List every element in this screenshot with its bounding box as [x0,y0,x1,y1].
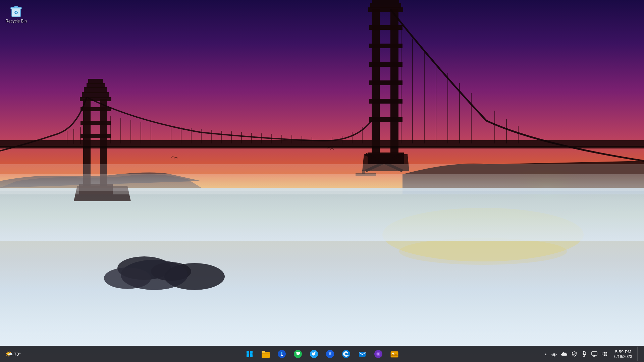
show-desktop-button[interactable] [637,347,641,361]
svg-rect-92 [250,354,253,357]
svg-rect-24 [369,117,402,122]
taskbar-file-explorer[interactable] [258,347,273,361]
weather-temp: 70° [14,352,21,357]
recycle-bin-icon[interactable]: ♻ Recycle Bin [3,3,30,25]
svg-point-108 [554,356,554,357]
desktop: ♻ Recycle Bin 🌤️ 70° [0,0,644,362]
clock-time: 5:59 PM [615,349,631,354]
tray-cloud-icon[interactable] [559,347,569,361]
svg-rect-84 [14,6,18,8]
clock-date: 6/19/2023 [614,354,632,359]
taskbar-left: 🌤️ 70° [0,349,23,359]
svg-rect-81 [0,174,644,194]
svg-rect-20 [369,44,402,48]
taskbar-1password[interactable]: 1 [274,347,289,361]
svg-rect-25 [368,7,403,12]
tray-display-icon[interactable] [590,347,599,361]
taskbar: 🌤️ 70° [0,346,644,362]
svg-rect-93 [262,352,270,358]
svg-rect-9 [80,121,111,125]
svg-point-77 [104,267,151,289]
taskbar-spotify[interactable] [290,347,305,361]
taskbar-app8[interactable] [371,347,386,361]
svg-rect-89 [247,351,249,354]
taskbar-photos[interactable] [387,347,402,361]
weather-widget[interactable]: 🌤️ 70° [3,349,23,359]
tray-volume-icon[interactable] [600,347,609,361]
svg-rect-91 [247,354,249,357]
svg-rect-15 [88,79,103,84]
tray-network-icon[interactable] [549,347,559,361]
svg-rect-8 [80,107,111,111]
svg-rect-19 [369,25,402,30]
system-tray-chevron[interactable]: ▲ [543,347,549,361]
taskbar-right: ▲ [543,346,644,362]
svg-rect-27 [372,0,399,3]
svg-rect-22 [369,80,402,85]
svg-rect-32 [0,146,644,148]
svg-rect-90 [250,351,253,354]
tray-security-icon[interactable] [570,347,579,361]
svg-rect-26 [370,3,401,8]
taskbar-bitwarden[interactable] [323,347,337,361]
svg-rect-13 [84,87,107,93]
svg-rect-105 [391,351,398,357]
taskbar-mail[interactable] [355,347,370,361]
svg-rect-94 [262,351,265,353]
weather-icon: 🌤️ [5,350,13,358]
svg-rect-109 [583,351,585,354]
svg-point-4 [399,238,567,265]
svg-point-97 [294,350,302,358]
recycle-bin-label: Recycle Bin [5,19,26,24]
svg-point-104 [377,353,379,355]
system-clock[interactable]: 5:59 PM 6/19/2023 [610,346,637,362]
svg-rect-112 [592,352,597,355]
svg-rect-23 [369,99,402,104]
start-button[interactable] [242,347,257,361]
taskbar-edge[interactable] [339,347,354,361]
tray-microphone-icon[interactable] [580,347,589,361]
svg-rect-21 [369,62,402,67]
taskbar-center: 1 [242,347,402,361]
taskbar-twitter[interactable] [307,347,321,361]
svg-rect-10 [80,134,111,138]
bridge-wallpaper [0,0,644,362]
recycle-bin-image: ♻ [9,4,23,17]
